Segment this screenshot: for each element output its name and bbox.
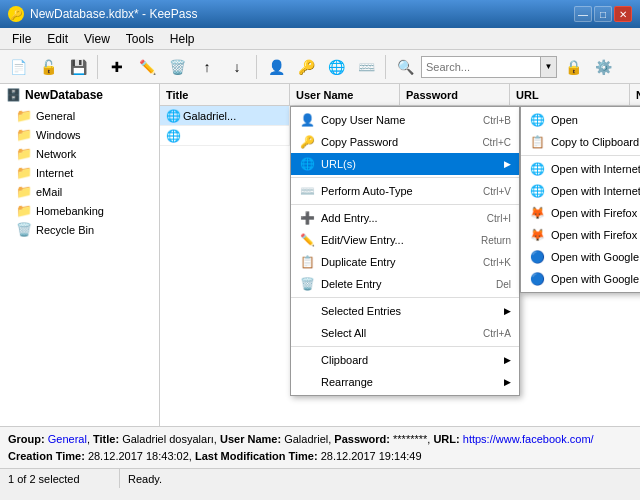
selected-entries-icon (299, 303, 315, 319)
tb-find-btn[interactable]: 🔍 (391, 53, 419, 81)
url-submenu: 🌐 Open Ctrl+U 📋 Copy to Clipboard Ctrl+S… (520, 106, 640, 293)
menu-edit[interactable]: Edit (39, 28, 76, 49)
url-sub-chrome[interactable]: 🔵 Open with Google Chrome (521, 246, 640, 268)
cell-title: 🌐 (160, 126, 290, 145)
folder-icon: 📁 (16, 184, 32, 199)
status-selection: 1 of 2 selected (0, 469, 120, 488)
tb-save-btn[interactable]: 💾 (64, 53, 92, 81)
ctx-add-entry[interactable]: ➕ Add Entry... Ctrl+I (291, 207, 519, 229)
select-all-icon (299, 325, 315, 341)
menu-tools[interactable]: Tools (118, 28, 162, 49)
menu-help[interactable]: Help (162, 28, 203, 49)
url-sub-firefox-private[interactable]: 🦊 Open with Firefox (Private) (521, 224, 640, 246)
col-url[interactable]: URL (510, 84, 630, 105)
tb-sep-3 (385, 55, 386, 79)
close-button[interactable]: ✕ (614, 6, 632, 22)
col-notes[interactable]: Notes (630, 84, 640, 105)
ctx-sep-3 (291, 297, 519, 298)
ctx-copy-username[interactable]: 👤 Copy User Name Ctrl+B (291, 109, 519, 131)
tb-url-btn[interactable]: 🌐 (322, 53, 350, 81)
ctx-edit-entry[interactable]: ✏️ Edit/View Entry... Return (291, 229, 519, 251)
tb-open-btn[interactable]: 🔓 (34, 53, 62, 81)
firefox-icon: 🦊 (529, 205, 545, 221)
title-controls: — □ ✕ (574, 6, 632, 22)
sidebar-item-label: Network (36, 148, 76, 160)
url-sub-chrome-private[interactable]: 🔵 Open with Google Chrome (Private) (521, 268, 640, 290)
ctx-selected-entries[interactable]: Selected Entries ▶ (291, 300, 519, 322)
sidebar-item-label: eMail (36, 186, 62, 198)
status-group-link[interactable]: General (48, 433, 87, 445)
ctx-sep-1 (291, 177, 519, 178)
url-sub-open[interactable]: 🌐 Open Ctrl+U (521, 109, 640, 131)
sidebar-root[interactable]: 🗄️ NewDatabase (0, 84, 159, 106)
ctx-select-all[interactable]: Select All Ctrl+A (291, 322, 519, 344)
col-username[interactable]: User Name (290, 84, 400, 105)
minimize-button[interactable]: — (574, 6, 592, 22)
status-bar: 1 of 2 selected Ready. (0, 468, 640, 488)
submenu-arrow-icon: ▶ (504, 377, 511, 387)
duplicate-icon: 📋 (299, 254, 315, 270)
ctx-sep-4 (291, 346, 519, 347)
tb-settings-btn[interactable]: ⚙️ (589, 53, 617, 81)
chrome-private-icon: 🔵 (529, 271, 545, 287)
sidebar-item-email[interactable]: 📁 eMail (0, 182, 159, 201)
ctx-urls[interactable]: 🌐 URL(s) ▶ (291, 153, 519, 175)
sidebar-item-internet[interactable]: 📁 Internet (0, 163, 159, 182)
tb-copy-user-btn[interactable]: 👤 (262, 53, 290, 81)
chrome-icon: 🔵 (529, 249, 545, 265)
search-dropdown-btn[interactable]: ▼ (541, 56, 557, 78)
sidebar-item-homebanking[interactable]: 📁 Homebanking (0, 201, 159, 220)
url-sub-ie-private[interactable]: 🌐 Open with Internet Explorer (Private) (521, 180, 640, 202)
ctx-rearrange[interactable]: Rearrange ▶ (291, 371, 519, 393)
open-icon: 🌐 (529, 112, 545, 128)
col-title[interactable]: Title (160, 84, 290, 105)
search-input[interactable] (421, 56, 541, 78)
sidebar-item-label: General (36, 110, 75, 122)
sidebar-item-recycle[interactable]: 🗑️ Recycle Bin (0, 220, 159, 239)
rearrange-icon (299, 374, 315, 390)
tb-edit-btn[interactable]: ✏️ (133, 53, 161, 81)
tb-autotype-btn[interactable]: ⌨️ (352, 53, 380, 81)
status-url-link[interactable]: https://www.facebook.com/ (463, 433, 594, 445)
ctx-duplicate-entry[interactable]: 📋 Duplicate Entry Ctrl+K (291, 251, 519, 273)
autotype-icon: ⌨️ (299, 183, 315, 199)
col-password[interactable]: Password (400, 84, 510, 105)
table-header: Title User Name Password URL Notes (160, 84, 640, 106)
sidebar-root-icon: 🗄️ (6, 88, 21, 102)
tb-delete-btn[interactable]: 🗑️ (163, 53, 191, 81)
status-info: Group: General, Title: Galadriel dosyala… (0, 426, 640, 468)
toolbar: 📄 🔓 💾 ✚ ✏️ 🗑️ ↑ ↓ 👤 🔑 🌐 ⌨️ 🔍 ▼ 🔒 ⚙️ (0, 50, 640, 84)
sidebar-item-network[interactable]: 📁 Network (0, 144, 159, 163)
url-sub-ie[interactable]: 🌐 Open with Internet Explorer (521, 158, 640, 180)
ctx-clipboard[interactable]: Clipboard ▶ (291, 349, 519, 371)
tb-lock-btn[interactable]: 🔒 (559, 53, 587, 81)
folder-icon: 📁 (16, 108, 32, 123)
maximize-button[interactable]: □ (594, 6, 612, 22)
tb-copy-pass-btn[interactable]: 🔑 (292, 53, 320, 81)
cell-title: 🌐 Galadriel... (160, 106, 290, 125)
status-line-1: Group: General, Title: Galadriel dosyala… (8, 431, 632, 448)
url-sep (521, 155, 640, 156)
tb-new-btn[interactable]: 📄 (4, 53, 32, 81)
submenu-arrow-icon: ▶ (504, 159, 511, 169)
tb-moveup-btn[interactable]: ↑ (193, 53, 221, 81)
submenu-arrow-icon: ▶ (504, 355, 511, 365)
sidebar-item-windows[interactable]: 📁 Windows (0, 125, 159, 144)
sidebar: 🗄️ NewDatabase 📁 General 📁 Windows 📁 Net… (0, 84, 160, 426)
tb-add-btn[interactable]: ✚ (103, 53, 131, 81)
ctx-copy-password[interactable]: 🔑 Copy Password Ctrl+C (291, 131, 519, 153)
firefox-private-icon: 🦊 (529, 227, 545, 243)
ctx-autotype[interactable]: ⌨️ Perform Auto-Type Ctrl+V (291, 180, 519, 202)
menu-file[interactable]: File (4, 28, 39, 49)
content-area: Title User Name Password URL Notes 🌐 Gal… (160, 84, 640, 426)
url-sub-firefox[interactable]: 🦊 Open with Firefox (521, 202, 640, 224)
sidebar-item-label: Homebanking (36, 205, 104, 217)
recycle-icon: 🗑️ (16, 222, 32, 237)
menu-view[interactable]: View (76, 28, 118, 49)
ctx-delete-entry[interactable]: 🗑️ Delete Entry Del (291, 273, 519, 295)
sidebar-item-general[interactable]: 📁 General (0, 106, 159, 125)
url-sub-copy[interactable]: 📋 Copy to Clipboard Ctrl+Shift+U (521, 131, 640, 153)
delete-icon: 🗑️ (299, 276, 315, 292)
tb-movedown-btn[interactable]: ↓ (223, 53, 251, 81)
context-menu: 👤 Copy User Name Ctrl+B 🔑 Copy Password … (290, 106, 520, 396)
